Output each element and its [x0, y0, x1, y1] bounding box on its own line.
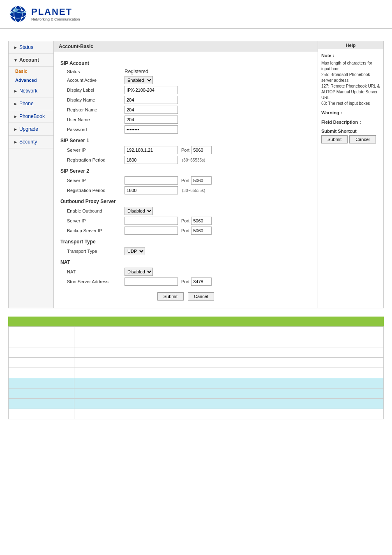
- field-stun: Port: [125, 278, 212, 286]
- select-transport[interactable]: UDP TCP TLS: [125, 247, 145, 255]
- select-enable-outbound[interactable]: Disabled Enabled: [125, 207, 153, 215]
- submit-shortcut-title: Submit Shortcut: [321, 129, 380, 134]
- section-header: Account-Basic: [54, 41, 318, 52]
- table-row-cyan: [9, 378, 384, 388]
- input-server1-ip[interactable]: [125, 146, 178, 154]
- table-row-last: [9, 409, 384, 419]
- sidebar-item-network[interactable]: ► Network: [9, 85, 53, 97]
- sidebar-label-network: Network: [19, 88, 37, 94]
- field-outbound-ip: Port: [125, 217, 212, 225]
- hint-server1-period: (30~65535s): [182, 158, 205, 162]
- input-display-label[interactable]: [125, 86, 178, 94]
- sidebar-item-account[interactable]: ▼ Account: [9, 54, 53, 67]
- account-arrow-icon: ▼: [14, 58, 18, 62]
- upgrade-arrow-icon: ►: [14, 127, 18, 132]
- label-enable-outbound: Enable Outbound: [67, 208, 125, 213]
- input-server1-port[interactable]: [191, 146, 212, 154]
- bottom-table: [8, 326, 384, 419]
- help-cancel-button[interactable]: Cancel: [349, 135, 376, 143]
- form-row-server2-ip: Server IP Port: [60, 176, 311, 185]
- input-server1-period[interactable]: [125, 156, 178, 164]
- sidebar-item-status[interactable]: ► Status: [9, 41, 53, 54]
- table-row: [9, 347, 384, 358]
- help-panel: Help Note： Max length of characters for …: [318, 41, 383, 308]
- form-row-account-active: Account Active Enabled Disabled: [60, 76, 311, 84]
- bottom-right-cell: [74, 368, 384, 378]
- table-row: [9, 327, 384, 337]
- select-account-active[interactable]: Enabled Disabled: [125, 76, 153, 84]
- status-arrow-icon: ►: [14, 45, 18, 50]
- field-transport: UDP TCP TLS: [125, 247, 145, 255]
- input-outbound-ip[interactable]: [125, 217, 178, 225]
- form-row-username: User Name: [60, 116, 311, 124]
- field-server2-period: (30~65535s): [125, 186, 205, 194]
- content-wrapper: Account-Basic SIP Account Status Registe…: [53, 41, 384, 308]
- form-row-enable-outbound: Enable Outbound Disabled Enabled: [60, 207, 311, 215]
- submit-button[interactable]: Submit: [157, 292, 184, 301]
- label-stun: Stun Server Address: [67, 279, 125, 284]
- input-username[interactable]: [125, 116, 178, 124]
- input-display-name[interactable]: [125, 96, 178, 104]
- label-server1-ip: Server IP: [67, 148, 125, 153]
- cancel-button[interactable]: Cancel: [188, 292, 214, 301]
- label-server1-period: Registration Period: [67, 157, 125, 162]
- phonebook-arrow-icon: ►: [14, 114, 18, 119]
- input-backup-port[interactable]: [191, 227, 212, 235]
- sidebar-label-account: Account: [19, 57, 39, 63]
- input-stun-ip[interactable]: [125, 278, 178, 286]
- main-content: Account-Basic SIP Account Status Registe…: [54, 41, 318, 308]
- input-backup-ip[interactable]: [125, 227, 178, 235]
- field-nat: Disabled Enabled: [125, 268, 153, 276]
- table-row: [9, 368, 384, 378]
- input-server2-period[interactable]: [125, 186, 178, 194]
- network-arrow-icon: ►: [14, 89, 18, 93]
- form-row-stun: Stun Server Address Port: [60, 278, 311, 286]
- form-row-display-name: Display Name: [60, 96, 311, 104]
- input-register-name[interactable]: [125, 106, 178, 114]
- field-server1-ip: Port: [125, 146, 212, 154]
- bottom-left-cell-cyan: [9, 378, 74, 388]
- sidebar-sub-advanced[interactable]: Advanced: [9, 76, 53, 85]
- label-backup-ip: Backup Server IP: [67, 228, 125, 233]
- form-row-server1-period: Registration Period (30~65535s): [60, 156, 311, 164]
- input-server2-port[interactable]: [191, 176, 212, 185]
- sidebar-label-status: Status: [19, 44, 33, 50]
- bottom-left-cell: [9, 327, 74, 337]
- select-nat[interactable]: Disabled Enabled: [125, 268, 153, 276]
- bottom-left-cell-cyan: [9, 399, 74, 409]
- field-server2-ip: Port: [125, 176, 212, 185]
- sidebar-label-phone: Phone: [19, 101, 34, 106]
- sidebar-item-phone[interactable]: ► Phone: [9, 97, 53, 110]
- input-server2-ip[interactable]: [125, 176, 178, 185]
- table-row-cyan: [9, 388, 384, 399]
- form-row-server2-period: Registration Period (30~65535s): [60, 186, 311, 194]
- port-label-server1: Port: [181, 148, 189, 153]
- bottom-right-cell: [74, 337, 384, 347]
- label-display-label: Display Label: [67, 88, 125, 92]
- logo-text: PLANET: [31, 7, 80, 17]
- bottom-left-cell-cyan: [9, 388, 74, 399]
- help-submit-button[interactable]: Submit: [321, 135, 348, 143]
- outbound-proxy-title: Outbound Proxy Server: [60, 199, 311, 204]
- sidebar-item-upgrade[interactable]: ► Upgrade: [9, 123, 53, 136]
- green-bar: [8, 317, 384, 326]
- form-buttons: Submit Cancel: [60, 287, 311, 304]
- bottom-left-cell: [9, 347, 74, 358]
- phone-arrow-icon: ►: [14, 102, 18, 106]
- input-outbound-port[interactable]: [191, 217, 212, 225]
- sidebar-item-security[interactable]: ► Security: [9, 136, 53, 148]
- label-status: Status: [67, 69, 125, 74]
- field-display-label: [125, 86, 178, 94]
- input-password[interactable]: [125, 125, 178, 134]
- transport-type-title: Transport Type: [60, 239, 311, 245]
- security-arrow-icon: ►: [14, 140, 18, 144]
- field-password: [125, 125, 178, 134]
- sidebar-item-phonebook[interactable]: ► PhoneBook: [9, 110, 53, 123]
- label-account-active: Account Active: [67, 78, 125, 83]
- bottom-right-cell-cyan: [74, 378, 384, 388]
- input-stun-port[interactable]: [191, 278, 212, 286]
- sip-server2-title: SIP Server 2: [60, 168, 311, 174]
- label-username: User Name: [67, 117, 125, 122]
- form-row-password: Password: [60, 125, 311, 134]
- sidebar-sub-basic[interactable]: Basic: [9, 67, 53, 76]
